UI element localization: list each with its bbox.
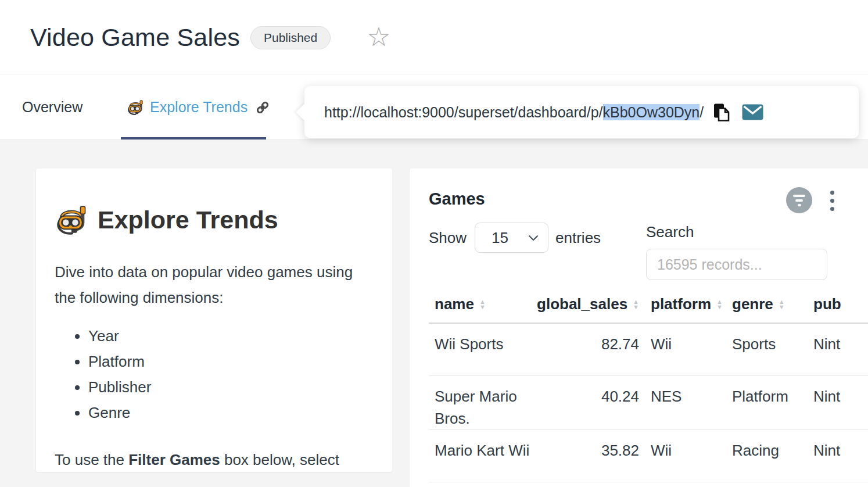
tab-explore-trends[interactable]: Explore Trends (127, 75, 270, 139)
cell-genre: Platform (720, 375, 802, 429)
column-header-name[interactable]: name ▲▼ (429, 295, 542, 323)
cell-global-sales: 40.24 (542, 375, 639, 429)
cell-name: Mario Kart Wii (429, 429, 542, 482)
column-header-publisher[interactable]: pub (802, 295, 868, 323)
email-icon[interactable] (742, 104, 763, 120)
column-header-genre[interactable]: genre ▲▼ (720, 295, 802, 323)
filter-indicator-icon[interactable] (786, 187, 812, 213)
page-size-value: 15 (492, 229, 508, 247)
dashboard-header: Video Game Sales Published ☆ (0, 0, 868, 74)
share-url-prefix: http://localhost:9000/superset/dashboard… (324, 104, 603, 120)
copy-icon[interactable] (713, 103, 730, 122)
cell-platform: NES (639, 375, 720, 429)
markdown-footer: To use the Filter Games box below, selec… (55, 447, 374, 472)
table-row: Wii Sports 82.74 Wii Sports Nint (429, 323, 868, 375)
share-url-popover: http://localhost:9000/superset/dashboard… (304, 86, 859, 138)
markdown-heading: Explore Trends (55, 205, 374, 235)
games-chart-title: Games (429, 189, 485, 209)
share-url-selected-text: kBb0Ow30Dyn (603, 104, 700, 120)
sort-icon: ▲▼ (716, 299, 723, 310)
published-badge[interactable]: Published (250, 26, 331, 49)
search-input[interactable] (646, 249, 827, 280)
sort-icon: ▲▼ (633, 299, 639, 310)
diving-mask-icon (55, 205, 88, 235)
table-row: Mario Kart Wii 35.82 Wii Racing Nint (429, 429, 868, 482)
sort-icon: ▲▼ (779, 299, 785, 310)
sort-icon: ▲▼ (479, 299, 486, 310)
dimension-list: Year Platform Publisher Genre (55, 323, 374, 425)
page-size-controls: Show 15 entries (429, 223, 601, 253)
cell-genre: Racing (720, 429, 802, 482)
cell-platform: Wii (639, 323, 720, 375)
filter-games-bold: Filter Games (128, 451, 220, 468)
column-header-platform[interactable]: platform ▲▼ (639, 295, 720, 323)
cell-global-sales: 82.74 (542, 323, 639, 375)
cell-genre: Sports (720, 323, 802, 375)
tab-explore-trends-label: Explore Trends (150, 99, 248, 116)
list-item: Genre (88, 400, 374, 425)
cell-platform: Wii (639, 429, 720, 482)
show-label: Show (429, 229, 467, 247)
cell-publisher: Nint (802, 375, 868, 429)
share-url-suffix: / (700, 104, 704, 120)
active-tab-underline (121, 137, 266, 139)
cell-publisher: Nint (802, 323, 868, 375)
share-url: http://localhost:9000/superset/dashboard… (324, 104, 704, 121)
list-item: Year (88, 323, 374, 349)
entries-label: entries (555, 229, 601, 247)
dashboard-content: Explore Trends Dive into data on popular… (0, 140, 868, 487)
search-section: Search (646, 223, 827, 280)
markdown-heading-text: Explore Trends (98, 206, 278, 234)
tab-overview[interactable]: Overview (22, 75, 83, 139)
markdown-intro: Dive into data on popular video games us… (55, 259, 374, 310)
page-size-select[interactable]: 15 (475, 223, 548, 253)
cell-name: Wii Sports (429, 323, 542, 375)
page-title: Video Game Sales (30, 23, 240, 52)
search-label: Search (646, 223, 827, 241)
list-item: Publisher (88, 374, 374, 400)
cell-global-sales: 35.82 (542, 429, 639, 482)
table-row: Super Mario Bros. 40.24 NES Platform Nin… (429, 375, 868, 429)
cell-name: Super Mario Bros. (429, 375, 542, 429)
favorite-star-icon[interactable]: ☆ (367, 23, 390, 50)
column-header-global-sales[interactable]: global_sales ▲▼ (542, 295, 639, 323)
kebab-menu-icon[interactable] (829, 189, 835, 212)
markdown-card: Explore Trends Dive into data on popular… (36, 169, 392, 472)
diving-mask-icon (127, 99, 144, 115)
games-table: name ▲▼ global_sales ▲▼ platform ▲▼ (429, 295, 868, 482)
cell-publisher: Nint (802, 429, 868, 482)
games-card: Games Show 15 entries Search (410, 169, 868, 487)
table-header-row: name ▲▼ global_sales ▲▼ platform ▲▼ (429, 295, 868, 323)
list-item: Platform (88, 349, 374, 374)
link-icon[interactable] (256, 101, 270, 114)
chevron-down-icon (528, 235, 539, 241)
